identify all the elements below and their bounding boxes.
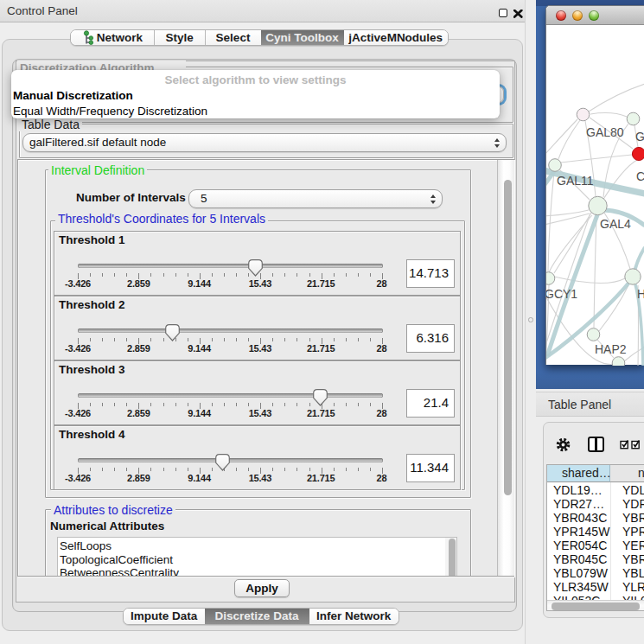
svg-text:GCY1: GCY1 bbox=[546, 287, 577, 301]
svg-text:HAP2: HAP2 bbox=[595, 342, 627, 356]
svg-text:GAL80: GAL80 bbox=[586, 125, 624, 139]
svg-text:GA: GA bbox=[635, 130, 644, 143]
svg-text:GAL11: GAL11 bbox=[557, 174, 594, 188]
svg-text:H: H bbox=[637, 287, 644, 301]
svg-text:C: C bbox=[636, 169, 644, 183]
svg-text:GAL4: GAL4 bbox=[600, 217, 631, 231]
